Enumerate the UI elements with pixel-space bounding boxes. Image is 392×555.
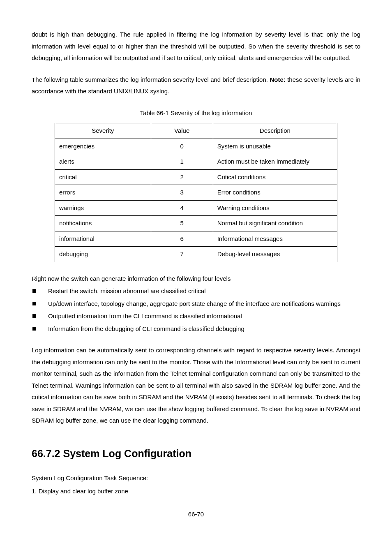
table-row: debugging 7 Debug-level messages bbox=[55, 247, 337, 262]
cell-description: Error conditions bbox=[213, 185, 337, 201]
table-row: critical 2 Critical conditions bbox=[55, 169, 337, 185]
cell-description: Critical conditions bbox=[213, 169, 337, 185]
table-row: alerts 1 Action must be taken immediatel… bbox=[55, 154, 337, 170]
table-caption: Table 66-1 Severity of the log informati… bbox=[32, 107, 360, 119]
table-row: errors 3 Error conditions bbox=[55, 185, 337, 201]
cell-value: 7 bbox=[151, 247, 213, 262]
table-row: warnings 4 Warning conditions bbox=[55, 200, 337, 216]
cell-value: 6 bbox=[151, 231, 213, 247]
cell-value: 5 bbox=[151, 216, 213, 231]
cell-description: System is unusable bbox=[213, 139, 337, 154]
paragraph-1: doubt is high than debugging. The rule a… bbox=[32, 29, 360, 64]
severity-table: Severity Value Description emergencies 0… bbox=[55, 123, 337, 262]
bullet-list: Restart the switch, mission abnormal are… bbox=[32, 285, 360, 335]
cell-severity: alerts bbox=[55, 154, 151, 170]
cell-value: 1 bbox=[151, 154, 213, 170]
sequence-item-1: 1. Display and clear log buffer zone bbox=[32, 486, 360, 497]
cell-severity: debugging bbox=[55, 247, 151, 262]
paragraph-2: The following table summarizes the log i… bbox=[32, 74, 360, 97]
cell-description: Debug-level messages bbox=[213, 247, 337, 262]
cell-severity: warnings bbox=[55, 200, 151, 216]
cell-value: 4 bbox=[151, 200, 213, 216]
sequence-intro: System Log Configuration Task Sequence: bbox=[32, 472, 360, 484]
list-item: Restart the switch, mission abnormal are… bbox=[32, 285, 360, 297]
table-row: emergencies 0 System is unusable bbox=[55, 139, 337, 154]
list-intro: Right now the switch can generate inform… bbox=[32, 273, 360, 285]
cell-description: Action must be taken immediately bbox=[213, 154, 337, 170]
list-item: Outputted information from the CLI comma… bbox=[32, 310, 360, 322]
cell-description: Warning conditions bbox=[213, 200, 337, 216]
cell-value: 3 bbox=[151, 185, 213, 201]
cell-severity: emergencies bbox=[55, 139, 151, 154]
cell-severity: errors bbox=[55, 185, 151, 201]
page-footer: 66-70 bbox=[32, 509, 360, 520]
cell-severity: critical bbox=[55, 169, 151, 185]
table-header-row: Severity Value Description bbox=[55, 123, 337, 139]
section-heading: 66.7.2 System Log Configuration bbox=[32, 444, 360, 464]
cell-value: 2 bbox=[151, 169, 213, 185]
header-description: Description bbox=[213, 123, 337, 139]
cell-description: Informational messages bbox=[213, 231, 337, 247]
table-row: notifications 5 Normal but significant c… bbox=[55, 216, 337, 231]
para2-note-bold: Note: bbox=[270, 76, 285, 83]
cell-severity: notifications bbox=[55, 216, 151, 231]
table-row: informational 6 Informational messages bbox=[55, 231, 337, 247]
list-item: Information from the debugging of CLI co… bbox=[32, 323, 360, 335]
para2-text1: The following table summarizes the log i… bbox=[32, 76, 270, 83]
cell-description: Normal but significant condition bbox=[213, 216, 337, 231]
header-value: Value bbox=[151, 123, 213, 139]
list-item: Up/down interface, topology change, aggr… bbox=[32, 298, 360, 310]
header-severity: Severity bbox=[55, 123, 151, 139]
cell-value: 0 bbox=[151, 139, 213, 154]
cell-severity: informational bbox=[55, 231, 151, 247]
paragraph-3: Log information can be automatically sen… bbox=[32, 345, 360, 427]
